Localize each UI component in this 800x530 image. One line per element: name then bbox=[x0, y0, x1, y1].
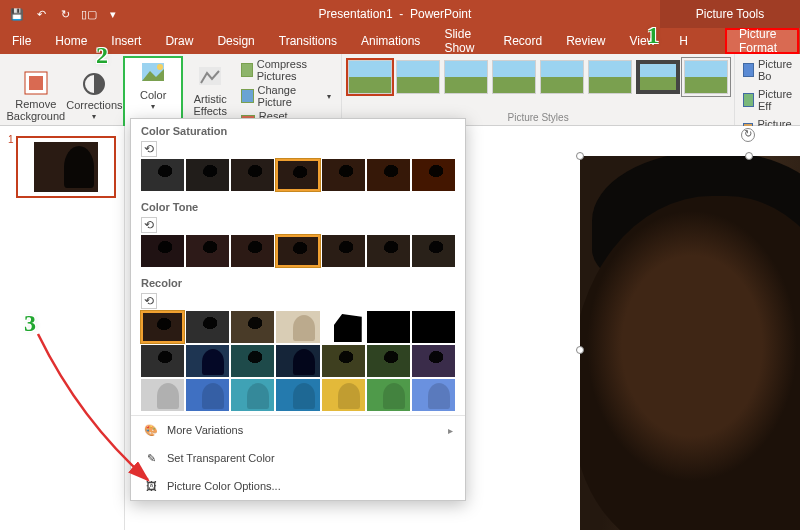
more-variations-item[interactable]: 🎨 More Variations ▸ bbox=[131, 416, 465, 444]
style-thumb-8[interactable] bbox=[684, 60, 728, 94]
artistic-effects-icon bbox=[197, 65, 223, 91]
tab-file[interactable]: File bbox=[0, 28, 43, 54]
change-picture-icon bbox=[241, 89, 253, 103]
tab-view[interactable]: View bbox=[618, 28, 668, 54]
recolor-black2[interactable] bbox=[412, 311, 455, 343]
tab-design[interactable]: Design bbox=[205, 28, 266, 54]
tone-swatch-3-selected[interactable] bbox=[276, 235, 319, 267]
recolor-yellow[interactable] bbox=[322, 379, 365, 411]
tab-draw[interactable]: Draw bbox=[153, 28, 205, 54]
undo-icon[interactable]: ↶ bbox=[32, 5, 50, 23]
tab-picture-format[interactable]: Picture Format bbox=[725, 28, 799, 54]
title-bar: 💾 ↶ ↻ ▯▢ ▾ Presentation1 - PowerPoint Pi… bbox=[0, 0, 800, 28]
tab-transitions[interactable]: Transitions bbox=[267, 28, 349, 54]
style-thumb-3[interactable] bbox=[444, 60, 488, 94]
tab-spacer bbox=[700, 28, 724, 54]
set-transparent-color-item[interactable]: ✎ Set Transparent Color bbox=[131, 444, 465, 472]
eyedropper-icon: ✎ bbox=[143, 450, 159, 466]
recolor-purple[interactable] bbox=[412, 345, 455, 377]
tone-swatch-0[interactable] bbox=[141, 235, 184, 267]
sat-swatch-0[interactable] bbox=[141, 159, 184, 191]
picture-effects-icon bbox=[743, 93, 754, 107]
reset-tone-icon[interactable]: ⟲ bbox=[141, 217, 157, 233]
recolor-aqua[interactable] bbox=[412, 379, 455, 411]
section-recolor: Recolor ⟲ bbox=[131, 271, 465, 415]
recolor-darkteal[interactable] bbox=[231, 345, 274, 377]
recolor-lightgray[interactable] bbox=[141, 379, 184, 411]
slide-thumbnail-1[interactable] bbox=[16, 136, 116, 198]
tab-home[interactable]: Home bbox=[43, 28, 99, 54]
picture-color-options-item[interactable]: 🖼 Picture Color Options... bbox=[131, 472, 465, 500]
remove-background-button[interactable]: Remove Background bbox=[6, 56, 66, 136]
sat-swatch-6[interactable] bbox=[412, 159, 455, 191]
reset-saturation-icon[interactable]: ⟲ bbox=[141, 141, 157, 157]
picture-border-button[interactable]: Picture Bo bbox=[739, 56, 799, 84]
section-saturation: Color Saturation ⟲ bbox=[131, 119, 465, 195]
color-wheel-icon: 🎨 bbox=[143, 422, 159, 438]
tone-swatch-5[interactable] bbox=[367, 235, 410, 267]
selected-picture[interactable] bbox=[580, 156, 800, 530]
thumbnail-image bbox=[34, 142, 98, 192]
svg-point-5 bbox=[157, 64, 163, 70]
sat-swatch-5[interactable] bbox=[367, 159, 410, 191]
style-thumb-5[interactable] bbox=[540, 60, 584, 94]
recolor-sepia[interactable] bbox=[231, 311, 274, 343]
style-thumb-1[interactable] bbox=[348, 60, 392, 94]
style-thumb-4[interactable] bbox=[492, 60, 536, 94]
resize-handle-tl[interactable] bbox=[576, 152, 584, 160]
recolor-olive[interactable] bbox=[322, 345, 365, 377]
recolor-blue[interactable] bbox=[186, 379, 229, 411]
recolor-darkblue[interactable] bbox=[186, 345, 229, 377]
save-icon[interactable]: 💾 bbox=[8, 5, 26, 23]
ribbon: Remove Background Corrections ▾ Color ▾ … bbox=[0, 54, 800, 126]
recolor-darkgreen[interactable] bbox=[367, 345, 410, 377]
tone-swatch-1[interactable] bbox=[186, 235, 229, 267]
sat-swatch-2[interactable] bbox=[231, 159, 274, 191]
tone-swatch-6[interactable] bbox=[412, 235, 455, 267]
ribbon-tabs: File Home Insert Draw Design Transitions… bbox=[0, 28, 800, 54]
recolor-lightblue[interactable] bbox=[276, 379, 319, 411]
window-title: Presentation1 - PowerPoint bbox=[130, 7, 660, 21]
recolor-none-selected[interactable] bbox=[141, 311, 184, 343]
recolor-bw[interactable] bbox=[322, 311, 365, 343]
compress-pictures-button[interactable]: Compress Pictures bbox=[241, 58, 331, 82]
resize-handle-ml[interactable] bbox=[576, 346, 584, 354]
tab-review[interactable]: Review bbox=[554, 28, 617, 54]
reset-recolor-icon[interactable]: ⟲ bbox=[141, 293, 157, 309]
tab-record[interactable]: Record bbox=[491, 28, 554, 54]
redo-icon[interactable]: ↻ bbox=[56, 5, 74, 23]
sat-swatch-1[interactable] bbox=[186, 159, 229, 191]
sat-swatch-4[interactable] bbox=[322, 159, 365, 191]
recolor-gray[interactable] bbox=[186, 311, 229, 343]
styles-gallery[interactable] bbox=[348, 56, 728, 94]
slide-thumbnail-pane[interactable]: 1 bbox=[0, 126, 125, 530]
recolor-darknavy[interactable] bbox=[276, 345, 319, 377]
sat-swatch-3-selected[interactable] bbox=[276, 159, 319, 191]
recolor-teal[interactable] bbox=[231, 379, 274, 411]
tone-swatch-4[interactable] bbox=[322, 235, 365, 267]
rotate-handle[interactable] bbox=[741, 128, 755, 142]
tab-slideshow[interactable]: Slide Show bbox=[432, 28, 491, 54]
remove-background-icon bbox=[23, 70, 49, 96]
color-button[interactable]: Color ▾ bbox=[126, 59, 180, 114]
change-picture-button[interactable]: Change Picture▾ bbox=[241, 84, 331, 108]
compress-icon bbox=[241, 63, 253, 77]
recolor-darkgray[interactable] bbox=[141, 345, 184, 377]
gallery-footer: 🎨 More Variations ▸ ✎ Set Transparent Co… bbox=[131, 415, 465, 500]
recolor-black[interactable] bbox=[367, 311, 410, 343]
tone-swatch-2[interactable] bbox=[231, 235, 274, 267]
tab-animations[interactable]: Animations bbox=[349, 28, 432, 54]
corrections-button[interactable]: Corrections ▾ bbox=[66, 56, 124, 136]
picture-effects-button[interactable]: Picture Eff bbox=[739, 86, 799, 114]
qat-more-icon[interactable]: ▾ bbox=[104, 5, 122, 23]
resize-handle-tm[interactable] bbox=[745, 152, 753, 160]
style-thumb-2[interactable] bbox=[396, 60, 440, 94]
style-thumb-6[interactable] bbox=[588, 60, 632, 94]
recolor-green[interactable] bbox=[367, 379, 410, 411]
recolor-washout[interactable] bbox=[276, 311, 319, 343]
start-show-icon[interactable]: ▯▢ bbox=[80, 5, 98, 23]
slide-number: 1 bbox=[8, 134, 14, 145]
style-thumb-7[interactable] bbox=[636, 60, 680, 94]
group-adjust: Remove Background Corrections ▾ Color ▾ … bbox=[0, 54, 342, 125]
tab-help[interactable]: H bbox=[667, 28, 700, 54]
